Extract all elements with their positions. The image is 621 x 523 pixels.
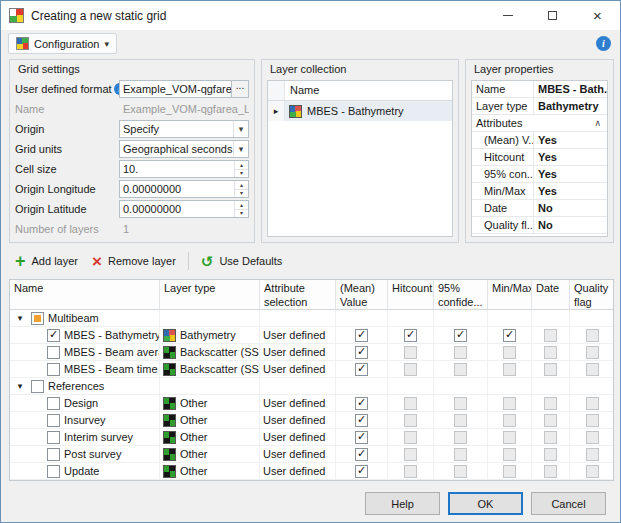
close-button[interactable]: ×: [575, 1, 620, 30]
attribute-checkbox: [544, 414, 557, 427]
origin-longitude-spinner[interactable]: 0.00000000▴▾: [119, 180, 249, 198]
column-header-attribute-selection[interactable]: Attribute selection: [260, 280, 336, 309]
minimize-button[interactable]: [485, 1, 530, 30]
layer-checkbox[interactable]: [47, 448, 60, 461]
cell-size-spinner[interactable]: 10.▴▾: [119, 160, 249, 178]
spin-up-icon[interactable]: ▴: [235, 201, 248, 210]
origin-latitude-spinner[interactable]: 0.00000000▴▾: [119, 200, 249, 218]
layer-checkbox[interactable]: [47, 329, 60, 342]
attribute-selection-cell[interactable]: User defined: [260, 327, 336, 343]
user-defined-format-input[interactable]: Example_VOM-qgfarea_Latt...: [119, 80, 232, 98]
expander-icon[interactable]: ▾: [13, 313, 27, 323]
attribute-checkbox[interactable]: [355, 465, 368, 478]
attribute-selection-cell[interactable]: [260, 378, 336, 394]
info-icon[interactable]: i: [596, 36, 611, 51]
spin-down-icon[interactable]: ▾: [235, 210, 248, 218]
attribute-selection-cell[interactable]: User defined: [260, 446, 336, 462]
attribute-cell: [434, 395, 488, 411]
column-header-name[interactable]: Name: [10, 280, 160, 309]
layer-row-mbes-beam-average[interactable]: MBES - Beam averageBackscatter (SSS)User…: [10, 344, 613, 361]
origin-latitude-row: Origin Latitude0.00000000▴▾: [15, 200, 249, 218]
attribute-selection-cell[interactable]: User defined: [260, 463, 336, 479]
column-header-mean-value[interactable]: (Mean) Value: [336, 280, 388, 309]
column-header-layer-type[interactable]: Layer type: [160, 280, 260, 309]
spin-down-icon[interactable]: ▾: [235, 170, 248, 178]
spinner-arrows[interactable]: ▴▾: [234, 181, 248, 197]
browse-button[interactable]: ...: [232, 80, 249, 98]
add-layer-button[interactable]: + Add layer: [11, 250, 88, 272]
layer-row-update[interactable]: UpdateOtherUser defined: [10, 463, 613, 480]
attribute-cell: [570, 446, 614, 462]
user-defined-format-control: Example_VOM-qgfarea_Latt......: [119, 80, 249, 98]
attribute-checkbox: [586, 465, 599, 478]
layer-checkbox[interactable]: [47, 431, 60, 444]
layer-type-cell: Other: [160, 412, 260, 428]
cancel-button[interactable]: Cancel: [531, 492, 606, 515]
layer-collection-title: Layer collection: [270, 63, 346, 75]
group-checkbox[interactable]: [31, 380, 44, 393]
attribute-selection-cell[interactable]: User defined: [260, 429, 336, 445]
column-header-95-confide[interactable]: 95% confide...: [434, 280, 488, 309]
attribute-checkbox[interactable]: [355, 431, 368, 444]
attribute-selection-cell[interactable]: [260, 310, 336, 326]
use-defaults-button[interactable]: ↺ Use Defaults: [197, 252, 293, 271]
group-row-multibeam[interactable]: ▾Multibeam: [10, 310, 613, 327]
group-row-references[interactable]: ▾References: [10, 378, 613, 395]
name-column-header[interactable]: Name: [285, 81, 452, 100]
ok-button[interactable]: OK: [448, 492, 523, 515]
attribute-checkbox[interactable]: [355, 363, 368, 376]
help-button[interactable]: Help: [365, 492, 440, 515]
attribute-checkbox[interactable]: [355, 329, 368, 342]
attribute-checkbox[interactable]: [454, 329, 467, 342]
attribute-cell: [388, 463, 434, 479]
column-header-min-max[interactable]: Min/Max: [488, 280, 532, 309]
collapse-icon[interactable]: ∧: [594, 118, 601, 128]
attribute-selection-cell[interactable]: User defined: [260, 412, 336, 428]
layer-checkbox[interactable]: [47, 465, 60, 478]
layer-collection-row-content: MBES - Bathymetry: [285, 101, 452, 121]
layer-collection-row[interactable]: ▸ MBES - Bathymetry: [268, 101, 452, 121]
attribute-checkbox[interactable]: [355, 448, 368, 461]
attribute-checkbox[interactable]: [355, 346, 368, 359]
property-value: MBES - Bath...: [534, 83, 607, 95]
name-cell: MBES - Beam average: [10, 344, 160, 360]
attribute-checkbox[interactable]: [355, 397, 368, 410]
attribute-cell: [532, 344, 570, 360]
layer-checkbox[interactable]: [47, 346, 60, 359]
spinner-arrows[interactable]: ▴▾: [234, 201, 248, 217]
spin-up-icon[interactable]: ▴: [235, 161, 248, 170]
field-label-wrap: User defined formati: [15, 83, 119, 95]
attribute-cell: [336, 395, 388, 411]
configuration-menu-button[interactable]: Configuration ▾: [8, 33, 117, 54]
layer-checkbox[interactable]: [47, 397, 60, 410]
attribute-checkbox[interactable]: [503, 329, 516, 342]
spinner-arrows[interactable]: ▴▾: [234, 161, 248, 177]
attribute-cell: [388, 327, 434, 343]
maximize-button[interactable]: [530, 1, 575, 30]
layer-checkbox[interactable]: [47, 414, 60, 427]
column-header-hitcount[interactable]: Hitcount: [388, 280, 434, 309]
column-header-quality-flag[interactable]: Quality flag: [570, 280, 614, 309]
grid-units-dropdown[interactable]: Geographical seconds▾: [119, 140, 249, 158]
layer-row-insurvey[interactable]: InsurveyOtherUser defined: [10, 412, 613, 429]
spin-up-icon[interactable]: ▴: [235, 181, 248, 190]
attribute-checkbox[interactable]: [355, 414, 368, 427]
origin-dropdown[interactable]: Specify▾: [119, 120, 249, 138]
column-header-date[interactable]: Date: [532, 280, 570, 309]
group-checkbox[interactable]: [31, 312, 44, 325]
attribute-checkbox[interactable]: [404, 329, 417, 342]
spin-down-icon[interactable]: ▾: [235, 190, 248, 198]
layer-row-mbes-beam-time-s[interactable]: MBES - Beam time s...Backscatter (SSS)Us…: [10, 361, 613, 378]
layer-checkbox[interactable]: [47, 363, 60, 376]
layer-row-post-survey[interactable]: Post surveyOtherUser defined: [10, 446, 613, 463]
layer-row-mbes-bathymetry[interactable]: MBES - BathymetryBathymetryUser defined: [10, 327, 613, 344]
titlebar[interactable]: Creating a new static grid ×: [1, 1, 620, 30]
remove-layer-button[interactable]: × Remove layer: [88, 251, 186, 272]
expander-icon[interactable]: ▾: [13, 381, 27, 391]
layer-row-design[interactable]: DesignOtherUser defined: [10, 395, 613, 412]
attribute-selection-cell[interactable]: User defined: [260, 361, 336, 377]
attribute-selection-cell[interactable]: User defined: [260, 395, 336, 411]
layer-row-interim-survey[interactable]: Interim surveyOtherUser defined: [10, 429, 613, 446]
grid-units-label: Grid units: [15, 143, 62, 155]
attribute-selection-cell[interactable]: User defined: [260, 344, 336, 360]
